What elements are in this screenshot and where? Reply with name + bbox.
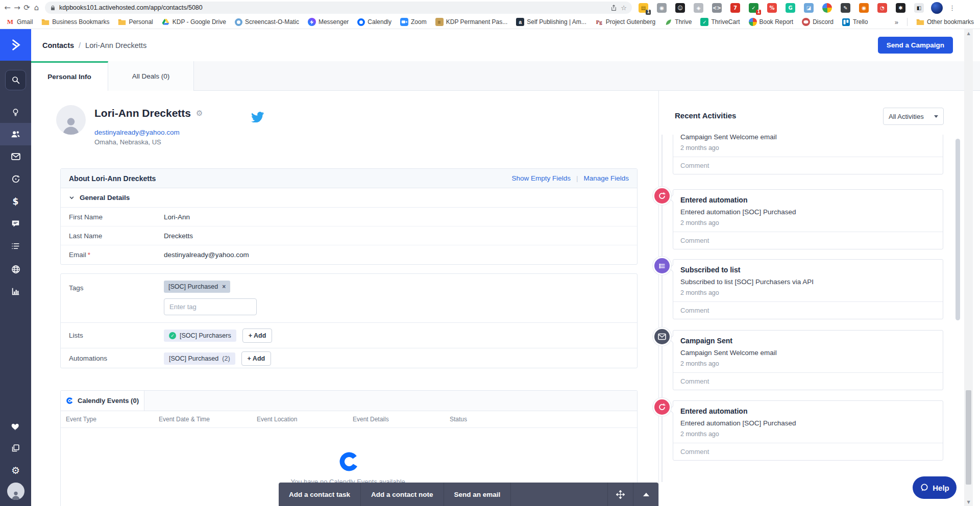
extension-icon[interactable]: % xyxy=(767,3,777,13)
reload-button[interactable]: ⟳ xyxy=(22,2,31,13)
sidebar-item-deals[interactable]: $ xyxy=(0,190,31,213)
sidebar-item-lists[interactable] xyxy=(0,235,31,257)
bookmark-star-icon[interactable]: ☆ xyxy=(621,4,627,12)
sidebar-item-conversations[interactable] xyxy=(0,212,31,235)
show-empty-fields-link[interactable]: Show Empty Fields xyxy=(511,174,571,182)
timeline-line xyxy=(662,135,663,482)
browser-profile-avatar[interactable] xyxy=(931,2,943,14)
bookmark-discord[interactable]: Discord xyxy=(802,18,834,26)
other-bookmarks[interactable]: Other bookmarks xyxy=(916,18,974,26)
share-icon[interactable] xyxy=(610,5,617,11)
add-a-contact-task-button[interactable]: Add a contact task xyxy=(279,483,361,506)
scroll-down-icon[interactable]: ▼ xyxy=(964,498,973,505)
field-row-first-name[interactable]: First NameLori-Ann xyxy=(61,208,637,226)
address-bar[interactable]: kdpbooks101.activehosted.com/app/contact… xyxy=(45,2,632,14)
extension-icon[interactable]: ◪ xyxy=(804,3,814,13)
activity-comment-input[interactable]: Comment xyxy=(673,232,943,249)
extension-icon[interactable]: ◧ xyxy=(914,3,924,13)
bookmark-kdp-google-drive[interactable]: KDP - Google Drive xyxy=(162,18,226,26)
sidebar-item-campaigns[interactable] xyxy=(0,145,31,168)
bookmark-messenger[interactable]: Messenger xyxy=(308,18,349,26)
extension-icon[interactable]: ✎ xyxy=(841,3,850,13)
extension-icon[interactable]: G xyxy=(786,3,795,13)
sidebar-item-automations[interactable] xyxy=(0,168,31,190)
bookmark-zoom[interactable]: Zoom xyxy=(400,18,427,26)
bookmark-thrivecart[interactable]: ✓ThriveCart xyxy=(700,18,740,26)
bookmark-screencast-o-matic[interactable]: Screencast-O-Matic xyxy=(235,18,299,26)
sidebar-item-insights[interactable] xyxy=(0,101,31,123)
extension-icon[interactable]: 7 xyxy=(730,3,740,13)
sidebar-item-profile[interactable] xyxy=(0,480,31,502)
bookmark-calendly[interactable]: Calendly xyxy=(357,18,391,26)
tag-chip[interactable]: [SOC] Purchased × xyxy=(164,281,230,293)
tag-input[interactable] xyxy=(164,298,257,315)
bookmark-book-report[interactable]: Book Report xyxy=(749,18,794,26)
field-row-email[interactable]: Email*destinyalready@yahoo.com xyxy=(61,245,637,264)
tab-all-deals[interactable]: All Deals (0) xyxy=(108,61,194,91)
bookmark-business-bookmarks[interactable]: Business Bookmarks xyxy=(41,18,109,26)
extension-icon[interactable]: ◉ xyxy=(657,3,667,13)
contact-settings-gear-icon[interactable]: ⚙ xyxy=(196,109,203,118)
forward-button[interactable]: → xyxy=(13,2,21,13)
extension-icon[interactable]: ▤1 xyxy=(639,3,648,13)
breadcrumb-separator: / xyxy=(79,41,81,49)
home-button[interactable]: ⌂ xyxy=(32,2,41,13)
extension-icon[interactable]: ◔ xyxy=(877,3,887,13)
sidebar-item-contacts[interactable] xyxy=(0,123,31,145)
extension-icon[interactable]: ◉ xyxy=(859,3,869,13)
sidebar-item-favorites[interactable] xyxy=(0,415,31,437)
field-row-last-name[interactable]: Last NameDrecketts xyxy=(61,226,637,245)
extension-icon[interactable]: ☺ xyxy=(675,3,685,13)
bookmark-gmail[interactable]: MGmail xyxy=(6,18,33,26)
twitter-icon[interactable] xyxy=(251,112,264,122)
send-campaign-button[interactable]: Send a Campaign xyxy=(878,37,953,54)
breadcrumb-contacts[interactable]: Contacts xyxy=(42,41,74,49)
bookmark-thrive[interactable]: Thrive xyxy=(664,18,692,26)
browser-menu-icon[interactable]: ⋮ xyxy=(949,4,955,12)
sidebar-item-reports[interactable] xyxy=(0,280,31,302)
activities-scrollbar[interactable] xyxy=(955,139,960,320)
activity-comment-input[interactable]: Comment xyxy=(673,157,943,174)
add-a-contact-note-button[interactable]: Add a contact note xyxy=(361,483,444,506)
bookmark-personal[interactable]: Personal xyxy=(118,18,153,26)
extension-icon[interactable]: ◈ xyxy=(694,3,703,13)
extension-icon[interactable] xyxy=(822,3,832,13)
extension-icon[interactable]: <> xyxy=(712,3,722,13)
automations-row: Automations [SOC] Purchased (2) + Add xyxy=(61,348,637,368)
sidebar-item-settings[interactable]: ⚙ xyxy=(0,459,31,482)
activity-comment-input[interactable]: Comment xyxy=(673,443,943,460)
bookmark-self-publishing-am[interactable]: aSelf Publishing | Am... xyxy=(516,18,586,26)
back-button[interactable]: ← xyxy=(3,2,12,13)
page-scrollbar[interactable]: ▲ ▼ xyxy=(964,29,973,506)
move-handle-icon[interactable] xyxy=(607,483,633,506)
page-scrollbar-thumb[interactable] xyxy=(966,390,971,485)
activities-filter-dropdown[interactable]: All Activities xyxy=(883,108,944,125)
contact-email-link[interactable]: destinyalready@yahoo.com xyxy=(94,129,180,136)
tab-personal-info[interactable]: Personal Info xyxy=(31,61,108,91)
activecampaign-logo[interactable] xyxy=(0,29,31,61)
activity-comment-input[interactable]: Comment xyxy=(673,301,943,319)
bookmark-project-gutenberg[interactable]: PgProject Gutenberg xyxy=(595,18,655,26)
sidebar-item-apps[interactable] xyxy=(0,437,31,459)
activity-comment-input[interactable]: Comment xyxy=(673,372,943,390)
bookmark-kdp-permanent-pas[interactable]: ≡KDP Permanent Pas... xyxy=(435,18,508,26)
send-an-email-button[interactable]: Send an email xyxy=(444,483,511,506)
bookmark-label: Business Bookmarks xyxy=(52,18,109,26)
help-button[interactable]: Help xyxy=(913,476,957,499)
extension-icon[interactable]: ✱ xyxy=(896,3,905,13)
automation-chip[interactable]: [SOC] Purchased (2) xyxy=(164,352,235,365)
sidebar-item-site[interactable] xyxy=(0,258,31,281)
add-automation-button[interactable]: + Add xyxy=(241,351,272,366)
collapse-bar-button[interactable] xyxy=(633,483,658,506)
manage-fields-link[interactable]: Manage Fields xyxy=(583,174,629,182)
add-list-button[interactable]: + Add xyxy=(242,328,273,343)
remove-tag-icon[interactable]: × xyxy=(222,283,226,290)
bookmark-trello[interactable]: Trello xyxy=(842,18,868,26)
tab-calendly-events[interactable]: Calendly Events (0) xyxy=(61,391,144,411)
list-chip[interactable]: ✓ [SOC] Purchasers xyxy=(164,330,236,342)
scroll-up-icon[interactable]: ▲ xyxy=(964,30,973,37)
bookmarks-overflow-chevron[interactable]: » xyxy=(895,18,898,26)
extension-icon[interactable]: ✓1 xyxy=(749,3,758,13)
sidebar-item-search[interactable] xyxy=(5,70,26,90)
general-details-toggle[interactable]: General Details xyxy=(61,188,637,208)
